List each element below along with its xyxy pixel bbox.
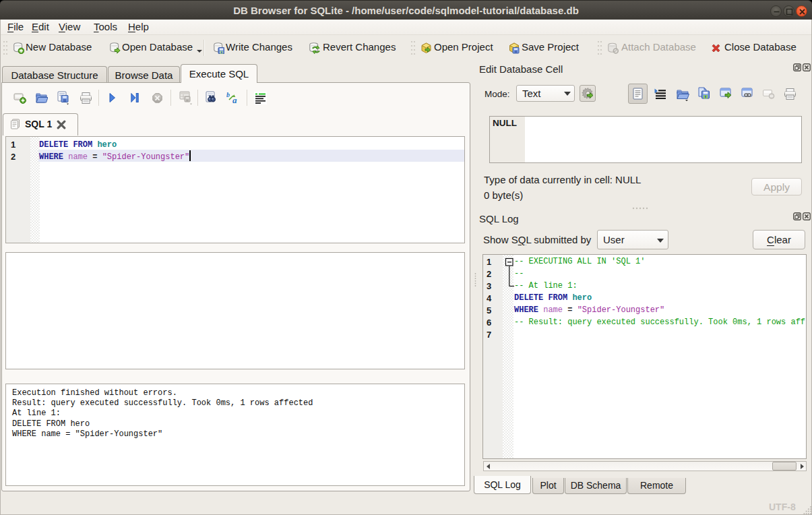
svg-text:b: b: [226, 91, 230, 98]
